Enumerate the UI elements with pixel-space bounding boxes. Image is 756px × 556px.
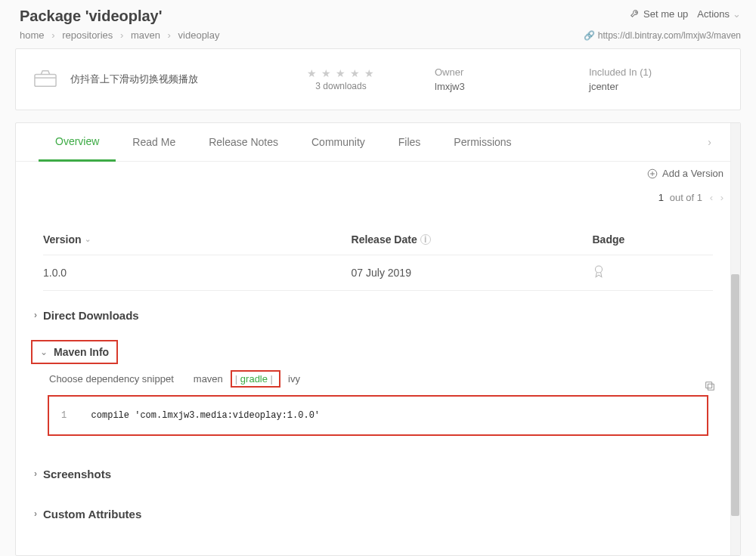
owner-link[interactable]: lmxjw3 [435, 81, 556, 92]
dependency-snippet-code[interactable]: 1 compile 'com.lmxjw3.media:videoplay:1.… [48, 395, 708, 436]
version-row[interactable]: 1.0.0 07 July 2019 [43, 255, 713, 291]
sort-caret-icon[interactable]: ⌄ [85, 235, 91, 243]
tab-release-notes[interactable]: Release Notes [192, 124, 295, 160]
col-badge-header: Badge [593, 233, 625, 246]
snippet-choose-label: Choose dependency snippet [49, 373, 174, 385]
snippet-tab-gradle[interactable]: gradle [240, 373, 268, 385]
wrench-icon [630, 8, 640, 20]
section-maven-info[interactable]: ⌄ Maven Info [31, 340, 118, 364]
package-icon [34, 70, 57, 90]
link-icon: 🔗 [584, 30, 595, 41]
pager-prev-icon[interactable]: ‹ [710, 192, 713, 203]
owner-label: Owner [435, 66, 556, 78]
release-date-cell: 07 July 2019 [352, 267, 593, 279]
pager-next-icon[interactable]: › [720, 192, 723, 203]
page-title: Package 'videoplay' [20, 8, 163, 25]
plus-circle-icon [647, 168, 658, 179]
pager: 1 out of 1 ‹ › [16, 184, 740, 224]
svg-point-2 [595, 265, 602, 272]
col-release-date-header[interactable]: Release Date [352, 233, 417, 246]
snippet-tab-ivy[interactable]: ivy [288, 373, 300, 385]
section-direct-downloads[interactable]: › Direct Downloads [29, 300, 727, 331]
maven-logo-icon: m [743, 68, 756, 91]
package-summary-card: 仿抖音上下滑动切换视频播放 ★ ★ ★ ★ ★ 3 downloads Owne… [15, 48, 741, 110]
pager-current: 1 [658, 192, 664, 203]
badge-ribbon-icon[interactable] [593, 267, 605, 280]
chevron-right-icon: › [34, 310, 37, 320]
rating-stars[interactable]: ★ ★ ★ ★ ★ [280, 67, 401, 79]
repo-url-link[interactable]: 🔗https://dl.bintray.com/lmxjw3/maven [584, 30, 741, 41]
scrollbar-thumb[interactable] [731, 274, 739, 516]
download-count: 3 downloads [280, 81, 401, 91]
info-icon[interactable]: i [420, 234, 431, 245]
tab-overview[interactable]: Overview [39, 123, 116, 162]
tab-readme[interactable]: Read Me [116, 124, 192, 160]
chevron-down-icon: ⌄ [733, 8, 741, 20]
chevron-right-icon: › [34, 508, 37, 519]
breadcrumb-repositories[interactable]: repositories [62, 29, 113, 41]
svg-rect-0 [35, 74, 56, 86]
breadcrumb-maven[interactable]: maven [131, 29, 160, 41]
package-description: 仿抖音上下滑动切换视频播放 [70, 73, 274, 86]
svg-rect-3 [708, 384, 714, 390]
tab-community[interactable]: Community [295, 124, 382, 160]
version-table-header: Version ⌄ Release Date i Badge [43, 224, 713, 255]
content-card: Overview Read Me Release Notes Community… [15, 122, 741, 556]
section-screenshots[interactable]: › Screenshots [29, 459, 727, 490]
col-version-header[interactable]: Version [43, 233, 82, 246]
chevron-right-icon: › [34, 468, 37, 479]
breadcrumb-home[interactable]: home [20, 29, 45, 41]
breadcrumb: home › repositories › maven › videoplay [20, 29, 219, 41]
version-cell[interactable]: 1.0.0 [43, 267, 352, 279]
chevron-down-icon: ⌄ [40, 347, 48, 357]
scrollbar-track[interactable] [730, 123, 740, 555]
tabs-scroll-right-icon[interactable]: › [702, 130, 717, 154]
snippet-tab-maven[interactable]: maven [194, 373, 223, 385]
add-version-button[interactable]: Add a Version [647, 168, 723, 179]
tab-files[interactable]: Files [382, 124, 438, 160]
included-in-label: Included In (1) [589, 66, 710, 78]
set-me-up-button[interactable]: Set me up [630, 8, 688, 20]
tab-permissions[interactable]: Permissions [437, 124, 528, 160]
tabs: Overview Read Me Release Notes Community… [16, 123, 740, 162]
section-custom-attributes[interactable]: › Custom Attributes [29, 499, 727, 530]
svg-rect-4 [706, 381, 712, 388]
actions-dropdown[interactable]: Actions ⌄ [697, 8, 741, 20]
included-in-link[interactable]: jcenter [589, 81, 710, 92]
copy-icon[interactable] [704, 380, 716, 394]
breadcrumb-videoplay[interactable]: videoplay [178, 29, 220, 41]
